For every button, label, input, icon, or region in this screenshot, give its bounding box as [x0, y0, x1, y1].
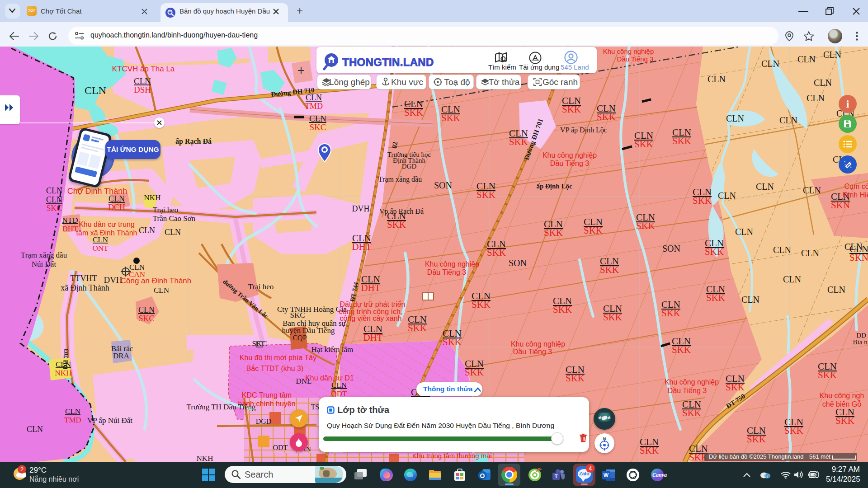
svg-text:SKK: SKK [634, 139, 653, 150]
svg-text:Định Hiệ: Định Hiệ [843, 191, 868, 199]
svg-text:CLN: CLN [708, 74, 726, 84]
svg-text:SKK: SKK [600, 264, 619, 275]
svg-text:CLN: CLN [756, 182, 774, 192]
svg-text:SKC: SKC [290, 311, 305, 319]
svg-text:CLN: CLN [331, 381, 347, 389]
svg-text:SKK: SKK [705, 246, 724, 257]
svg-text:SKK: SKK [603, 312, 622, 323]
svg-text:NTD: NTD [62, 216, 78, 225]
svg-text:ấp Định Lộc: ấp Định Lộc [536, 183, 572, 190]
svg-text:Dầu Tiếng 3: Dầu Tiếng 3 [668, 387, 707, 394]
svg-text:Núi Đất: Núi Đất [32, 260, 57, 268]
svg-text:Công an Định Thành: Công an Định Thành [121, 277, 192, 285]
svg-text:CLN: CLN [807, 93, 825, 103]
svg-text:CLN: CLN [783, 274, 801, 284]
svg-text:Trần Cao Sơn: Trần Cao Sơn [153, 214, 196, 223]
svg-text:Khu công nghiệp: Khu công nghiệp [425, 260, 479, 268]
svg-text:Cụm cô: Cụm cô [844, 183, 868, 190]
svg-text:CLN: CLN [814, 78, 832, 88]
svg-text:SKK: SKK [566, 373, 585, 384]
svg-text:TMD: TMD [64, 416, 81, 424]
svg-text:CLN: CLN [823, 50, 841, 60]
svg-text:SKK: SKK [562, 104, 581, 115]
svg-text:SKK: SKK [553, 304, 572, 315]
svg-text:SON: SON [434, 180, 452, 190]
svg-text:CLN: CLN [803, 185, 821, 195]
svg-text:KTCVH ấp Tha La: KTCVH ấp Tha La [112, 65, 175, 73]
svg-text:SKK: SKK [472, 299, 491, 310]
svg-text:CLN: CLN [139, 226, 155, 235]
svg-text:Dầu Tiếng 3: Dầu Tiếng 3 [513, 348, 552, 356]
svg-text:Dầu Tiếng 3: Dầu Tiếng 3 [550, 160, 589, 167]
svg-text:CLN: CLN [108, 194, 125, 203]
svg-text:SKK: SKK [636, 221, 655, 231]
svg-text:02: 02 [391, 141, 399, 149]
svg-text:Khu công nghiệp: Khu công nghiệp [665, 378, 719, 386]
svg-text:Khu công nghiệp: Khu công nghiệp [542, 151, 597, 159]
svg-text:CLN: CLN [741, 295, 760, 305]
svg-text:SKC: SKC [46, 204, 62, 213]
svg-text:ONT: ONT [93, 244, 109, 253]
svg-text:CLN: CLN [735, 227, 753, 237]
svg-text:DRA: DRA [113, 352, 130, 360]
svg-text:Hạt kiểm lâm: Hạt kiểm lâm [311, 345, 354, 354]
svg-text:SKK: SKK [672, 344, 691, 355]
svg-text:Khu công nghiệp: Khu công nghiệp [603, 47, 654, 55]
svg-text:Dầu Tiếng 3: Dầu Tiếng 3 [617, 55, 654, 63]
svg-text:SKN: SKN [831, 200, 850, 211]
svg-text:O: O [480, 472, 485, 479]
svg-text:Trại heo: Trại heo [248, 282, 274, 291]
svg-text:SKK: SKK [682, 408, 701, 418]
svg-text:Trạm xăng dầu: Trạm xăng dầu [378, 175, 422, 183]
svg-text:SKN: SKN [849, 252, 868, 263]
svg-text:DHT: DHT [352, 241, 371, 252]
svg-text:VP ấp Núi Đất: VP ấp Núi Đất [87, 416, 132, 425]
svg-text:xã Định Thành: xã Định Thành [61, 283, 109, 292]
svg-text:Khu đô thị mới phía Tây: Khu đô thị mới phía Tây [240, 354, 316, 361]
svg-text:Khu trung tâm thương mại: Khu trung tâm thương mại [412, 452, 492, 460]
svg-text:ấp Rạch Đá: ấp Rạch Đá [175, 137, 212, 145]
svg-text:SKK: SKK [661, 308, 680, 319]
svg-text:SKK: SKK [441, 113, 460, 123]
svg-text:huyện Dầu Tiếng: huyện Dầu Tiếng [282, 326, 335, 335]
svg-text:ODT: ODT [273, 444, 288, 451]
svg-text:VP ấp Định Lộc: VP ấp Định Lộc [560, 126, 607, 134]
svg-text:KDC Trung tâm: KDC Trung tâm [242, 391, 292, 399]
svg-text:SKK: SKK [784, 425, 803, 436]
svg-text:chế biến Gỗ: chế biến Gỗ [822, 400, 861, 408]
svg-text:SKK: SKK [818, 370, 837, 380]
svg-text:SKK: SKK [476, 189, 495, 200]
svg-text:NKH: NKH [144, 193, 161, 202]
svg-text:DCH: DCH [108, 203, 125, 212]
svg-text:SKK: SKK [672, 136, 691, 146]
svg-text:SON: SON [662, 244, 680, 253]
svg-text:CLN: CLN [27, 425, 43, 434]
svg-text:CLN: CLN [801, 248, 819, 258]
svg-text:SKK: SKK [465, 367, 484, 378]
svg-text:SKK: SKK [443, 337, 462, 347]
svg-text:DVH: DVH [104, 275, 122, 285]
svg-text:công viên cây xanh: công viên cây xanh [340, 314, 402, 322]
svg-text:SKK: SKK [835, 415, 854, 426]
svg-text:Trường TH Dầu Tiếng: Trường TH Dầu Tiếng [187, 403, 256, 411]
svg-text:SKK: SKK [487, 247, 506, 258]
svg-text:DHT: DHT [363, 332, 382, 343]
svg-text:CLN: CLN [761, 59, 779, 69]
svg-text:Đất dự trữ phát triển: Đất dự trữ phát triển [340, 300, 405, 308]
svg-text:CLN: CLN [46, 186, 62, 195]
svg-text:NKH: NKH [55, 369, 72, 377]
svg-text:SON: SON [509, 258, 527, 268]
svg-text:Vp ấp Rạch Đá: Vp ấp Rạch Đá [379, 207, 424, 216]
svg-text:Khu dân cư trung: Khu dân cư trung [79, 221, 135, 228]
svg-text:CLN: CLN [797, 54, 816, 64]
svg-text:SKC: SKC [310, 122, 326, 132]
svg-text:ĐH 703: ĐH 703 [62, 349, 70, 370]
svg-text:SKC: SKC [138, 314, 154, 323]
svg-text:SKK: SKK [408, 323, 427, 333]
svg-text:T: T [555, 474, 558, 479]
svg-text:DHT: DHT [361, 282, 380, 293]
svg-text:SKK: SKK [387, 219, 406, 230]
svg-text:SKK: SKK [640, 445, 659, 456]
svg-text:CLN: CLN [165, 228, 181, 237]
svg-text:Bắc TTDT (khu 3): Bắc TTDT (khu 3) [246, 364, 304, 372]
